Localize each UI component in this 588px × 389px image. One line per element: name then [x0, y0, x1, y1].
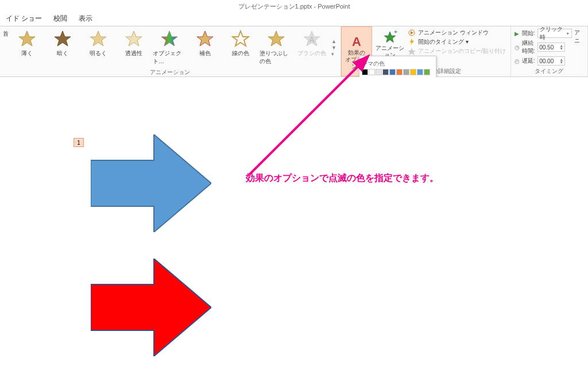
trigger-icon: [408, 38, 416, 46]
group-label-animation: アニメーション: [2, 68, 338, 77]
delay-spinner[interactable]: 00.00▲▼: [537, 56, 565, 66]
timing-partial: アニ: [573, 28, 585, 67]
anim-item-partial[interactable]: 首: [2, 28, 9, 68]
star-icon: [125, 30, 143, 48]
svg-marker-3: [126, 31, 142, 46]
slide-canvas[interactable]: [0, 77, 588, 389]
trigger-button[interactable]: 開始のタイミング ▾: [408, 38, 506, 46]
animation-order-badge[interactable]: 1: [74, 138, 84, 147]
star-icon: [89, 30, 107, 48]
animation-gallery: 首 薄く 暗く 明るく 透過性 オブジェクト…: [2, 28, 338, 68]
red-arrow-shape[interactable]: [91, 259, 211, 356]
anim-darken[interactable]: 暗く: [45, 28, 80, 68]
svg-marker-4: [161, 31, 177, 46]
title-bar: プレゼンテーション1.pptx - PowerPoint: [0, 0, 588, 13]
svg-marker-2: [90, 31, 106, 46]
svg-marker-14: [408, 48, 416, 55]
star-icon: [160, 30, 179, 48]
star-icon: [18, 30, 36, 48]
svg-marker-7: [268, 31, 284, 46]
star-icon: A: [303, 30, 321, 48]
gallery-more-icon[interactable]: ▾: [331, 51, 336, 57]
duration-spinner[interactable]: 00.50▲▼: [537, 43, 565, 52]
delay-clock-icon: ◴: [514, 58, 520, 64]
duration-label: 継続時間:: [522, 39, 536, 55]
svg-marker-16: [91, 259, 211, 356]
anim-fade[interactable]: 薄く: [9, 28, 45, 68]
svg-text:+: +: [394, 29, 397, 35]
group-animation: 首 薄く 暗く 明るく 透過性 オブジェクト…: [0, 26, 341, 76]
svg-text:A: A: [352, 34, 361, 49]
clock-icon: ◷: [514, 44, 520, 51]
svg-marker-15: [91, 134, 211, 232]
anim-lighten[interactable]: 明るく: [80, 28, 116, 68]
callout-text: 効果のオプションで点滅の色を指定できます。: [246, 172, 439, 184]
start-label: 開始:: [522, 29, 536, 37]
ribbon-tabs: イド ショー 校閲 表示: [0, 13, 588, 26]
ribbon: 首 薄く 暗く 明るく 透過性 オブジェクト…: [0, 26, 588, 77]
pane-icon: [408, 29, 416, 37]
start-combo[interactable]: クリック時▼: [537, 29, 572, 38]
color-swatch[interactable]: [389, 69, 396, 75]
color-swatch[interactable]: [382, 69, 389, 75]
window-title: プレゼンテーション1.pptx - PowerPoint: [238, 2, 350, 11]
star-icon: [267, 30, 285, 48]
color-swatch[interactable]: [410, 69, 416, 75]
color-swatch[interactable]: [362, 69, 368, 75]
color-swatch[interactable]: [403, 69, 409, 75]
painter-icon: [408, 47, 416, 55]
tab-review[interactable]: 校閲: [48, 11, 73, 26]
delay-label: 遅延:: [522, 57, 536, 65]
blue-arrow-shape[interactable]: [91, 134, 211, 232]
star-icon: [53, 30, 72, 48]
anim-line-color[interactable]: 線の色: [223, 28, 258, 68]
letter-a-icon: A: [349, 33, 365, 49]
color-swatch[interactable]: [424, 69, 430, 75]
animation-pane-button[interactable]: アニメーション ウィンドウ: [408, 29, 506, 37]
svg-marker-0: [19, 31, 35, 46]
gallery-scroll[interactable]: ▲ ▼ ▾: [330, 28, 338, 68]
theme-color-row: [362, 69, 434, 75]
group-timing: ▶ 開始: クリック時▼ ◷ 継続時間: 00.50▲▼ ◴ 遅延: 00.00…: [511, 26, 588, 76]
svg-text:A: A: [309, 35, 315, 44]
anim-brush-color: A ブラシの色: [294, 28, 330, 68]
tab-slideshow[interactable]: イド ショー: [0, 11, 48, 26]
scroll-up-icon[interactable]: ▲: [331, 38, 336, 44]
scroll-down-icon[interactable]: ▼: [331, 45, 336, 51]
group-label-timing: タイミング: [513, 67, 585, 76]
star-icon: [196, 30, 214, 48]
svg-marker-5: [197, 31, 213, 46]
color-swatch[interactable]: [369, 69, 375, 75]
color-swatch[interactable]: [376, 69, 382, 75]
color-swatch[interactable]: [417, 69, 423, 75]
star-plus-icon: +: [382, 29, 398, 45]
star-icon: [231, 30, 250, 48]
anim-transparency[interactable]: 透過性: [116, 28, 152, 68]
anim-complementary[interactable]: 補色: [187, 28, 223, 68]
animation-painter-button: アニメーションのコピー/貼り付け: [408, 47, 506, 55]
svg-marker-1: [55, 31, 71, 46]
color-swatch[interactable]: [396, 69, 403, 75]
svg-marker-6: [233, 31, 249, 46]
anim-object-color[interactable]: オブジェクト…: [152, 28, 187, 68]
tab-view[interactable]: 表示: [73, 11, 98, 26]
theme-colors-label: ーマの色: [362, 59, 434, 69]
anim-fill-color[interactable]: 塗りつぶしの色: [258, 28, 294, 68]
play-icon: ▶: [514, 30, 520, 37]
